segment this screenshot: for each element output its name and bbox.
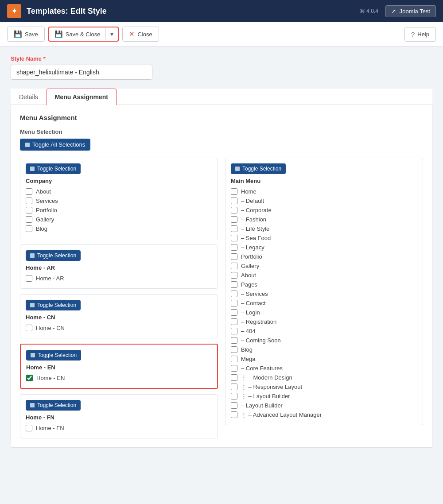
checkbox-home-cn-0[interactable] (26, 325, 32, 331)
checkbox-company-3[interactable] (26, 216, 32, 223)
checkbox-home-en-0[interactable] (26, 375, 33, 381)
toggle-sel-icon (235, 167, 240, 171)
toggle-sel-icon (30, 303, 35, 307)
checkbox-main-menu-2[interactable] (231, 207, 237, 213)
toolbar: 💾 Save 💾 Save & Close ▾ ✕ Close ? Help (0, 22, 443, 47)
menu-item: Portfolio (26, 205, 212, 215)
checkbox-main-menu-6[interactable] (231, 244, 237, 251)
menu-item: – Legacy (231, 243, 417, 252)
toggle-sel-home-cn[interactable]: Toggle Selection (26, 300, 81, 310)
toggle-sel-main-menu[interactable]: Toggle Selection (231, 163, 286, 174)
checkbox-main-menu-7[interactable] (231, 253, 237, 260)
checkbox-main-menu-16[interactable] (231, 337, 237, 344)
toggle-sel-home-ar[interactable]: Toggle Selection (26, 250, 81, 261)
checkbox-main-menu-1[interactable] (231, 198, 237, 204)
checkbox-company-0[interactable] (26, 188, 32, 195)
style-name-input[interactable] (11, 65, 152, 80)
checkbox-main-menu-12[interactable] (231, 300, 237, 306)
checkbox-company-4[interactable] (26, 225, 32, 232)
checkbox-company-1[interactable] (26, 198, 32, 204)
menu-item: – Coming Soon (231, 336, 417, 345)
menu-item: Blog (231, 345, 417, 354)
checkbox-main-menu-23[interactable] (231, 402, 237, 409)
menu-item: – Sea Food (231, 233, 417, 243)
checkbox-main-menu-0[interactable] (231, 188, 237, 195)
help-button[interactable]: ? Help (404, 27, 436, 42)
toggle-sel-company[interactable]: Toggle Selection (26, 163, 81, 174)
checkbox-main-menu-14[interactable] (231, 318, 237, 325)
menu-item-label: – Default (241, 198, 264, 204)
checkbox-main-menu-8[interactable] (231, 263, 237, 269)
menu-item: – Corporate (231, 205, 417, 215)
group-name-company: Company (26, 178, 212, 184)
group-name-home-en: Home - EN (26, 364, 212, 371)
menu-item-label: Home - AR (36, 275, 64, 282)
toggle-all-button[interactable]: Toggle All Selections (20, 139, 90, 151)
checkbox-main-menu-3[interactable] (231, 216, 237, 223)
save-button[interactable]: 💾 Save (7, 27, 45, 42)
checkbox-main-menu-17[interactable] (231, 346, 237, 353)
toggle-all-icon (25, 143, 30, 147)
save-close-dropdown[interactable]: ▾ (105, 28, 118, 40)
menu-item: – Fashion (231, 215, 417, 224)
menu-group-home-en: Toggle SelectionHome - ENHome - EN (20, 344, 218, 389)
panel-title: Menu Assignment (20, 114, 423, 121)
checkbox-main-menu-22[interactable] (231, 393, 237, 399)
menu-item-label: Home - EN (36, 375, 65, 381)
menu-item-label: – Login (241, 309, 260, 316)
checkbox-main-menu-18[interactable] (231, 356, 237, 362)
checkbox-main-menu-9[interactable] (231, 272, 237, 279)
save-close-button-group: 💾 Save & Close ▾ (48, 27, 119, 42)
checkbox-main-menu-13[interactable] (231, 309, 237, 316)
menu-item-label: – Layout Builder (241, 402, 283, 409)
menu-group-home-cn: Toggle SelectionHome - CNHome - CN (20, 294, 218, 338)
checkbox-main-menu-5[interactable] (231, 235, 237, 241)
menu-item: Mega (231, 354, 417, 364)
menu-item: – Layout Builder (231, 401, 417, 410)
menu-item-label: – Core Features (241, 365, 283, 372)
version-badge: ⌘ 4.0.4 (360, 8, 378, 14)
menu-item: ⋮ – Modern Design (231, 373, 417, 382)
menu-item: Home - FN (26, 423, 212, 433)
checkbox-home-fn-0[interactable] (26, 425, 32, 431)
tab-menu-assignment[interactable]: Menu Assignment (47, 89, 117, 105)
checkbox-main-menu-15[interactable] (231, 328, 237, 334)
menu-item: Blog (26, 224, 212, 233)
menu-item-label: About (241, 272, 256, 279)
menu-item-label: Portfolio (36, 207, 57, 213)
menu-item-label: ⋮ – Advanced Layout Manager (241, 411, 322, 418)
menu-item-label: Services (36, 198, 58, 204)
close-button[interactable]: ✕ Close (122, 27, 159, 42)
navbar: ✦ Templates: Edit Style ⌘ 4.0.4 ↗ Joomla… (0, 0, 443, 22)
menu-item-label: Portfolio (241, 253, 262, 260)
help-icon: ? (411, 31, 415, 38)
checkbox-main-menu-19[interactable] (231, 365, 237, 372)
checkbox-main-menu-20[interactable] (231, 374, 237, 381)
user-menu[interactable]: ↗ Joomla Test (385, 5, 436, 17)
toggle-sel-home-fn[interactable]: Toggle Selection (26, 400, 81, 411)
checkbox-company-2[interactable] (26, 207, 32, 213)
checkbox-main-menu-11[interactable] (231, 291, 237, 297)
menu-item-label: Gallery (36, 216, 54, 223)
menu-item-label: – Registration (241, 318, 276, 325)
tab-details[interactable]: Details (11, 89, 47, 105)
menu-item-label: – Sea Food (241, 235, 271, 241)
menu-item: About (26, 187, 212, 196)
checkbox-main-menu-24[interactable] (231, 411, 237, 418)
checkbox-main-menu-4[interactable] (231, 225, 237, 232)
joomla-logo[interactable]: ✦ (7, 4, 21, 18)
checkbox-main-menu-10[interactable] (231, 281, 237, 288)
menu-group-home-fn: Toggle SelectionHome - FNHome - FN (20, 394, 218, 438)
save-close-button[interactable]: 💾 Save & Close (49, 27, 106, 41)
close-icon: ✕ (129, 30, 135, 38)
menu-item: Home (231, 187, 417, 196)
checkbox-main-menu-21[interactable] (231, 384, 237, 390)
page-title: Templates: Edit Style (27, 7, 360, 16)
menu-item-label: Pages (241, 281, 257, 288)
menu-item: – Login (231, 308, 417, 317)
toggle-sel-home-en[interactable]: Toggle Selection (26, 350, 81, 361)
checkbox-home-ar-0[interactable] (26, 275, 32, 282)
right-menu-column: Toggle SelectionMain MenuHome– Default– … (225, 158, 423, 438)
menu-item: Home - AR (26, 274, 212, 283)
menu-item: Home - EN (26, 373, 212, 383)
